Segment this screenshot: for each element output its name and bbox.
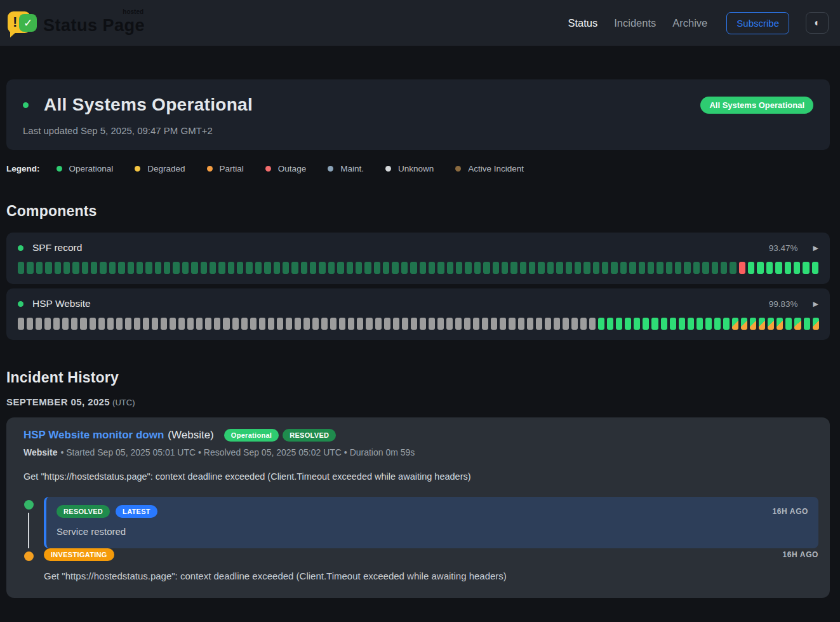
uptime-bar[interactable] bbox=[527, 318, 533, 330]
uptime-bar[interactable] bbox=[473, 318, 479, 330]
uptime-bar[interactable] bbox=[44, 318, 51, 330]
uptime-bar[interactable] bbox=[420, 318, 426, 330]
uptime-bar[interactable] bbox=[18, 262, 24, 274]
nav-item-status[interactable]: Status bbox=[568, 17, 597, 29]
uptime-bar[interactable] bbox=[723, 318, 730, 330]
uptime-bar[interactable] bbox=[357, 318, 363, 330]
uptime-bar[interactable] bbox=[812, 262, 818, 274]
uptime-bar[interactable] bbox=[232, 318, 239, 330]
uptime-bar[interactable] bbox=[583, 262, 590, 274]
uptime-bar[interactable] bbox=[739, 262, 745, 274]
nav-item-archive[interactable]: Archive bbox=[672, 17, 707, 29]
uptime-bar[interactable] bbox=[571, 318, 578, 330]
uptime-bar[interactable] bbox=[250, 318, 257, 330]
uptime-bar[interactable] bbox=[518, 318, 524, 330]
uptime-bar[interactable] bbox=[482, 318, 488, 330]
uptime-bar[interactable] bbox=[214, 318, 220, 330]
nav-item-incidents[interactable]: Incidents bbox=[614, 17, 656, 29]
uptime-bar[interactable] bbox=[566, 262, 572, 274]
uptime-bar[interactable] bbox=[392, 262, 398, 274]
uptime-bar[interactable] bbox=[161, 318, 167, 330]
uptime-bar[interactable] bbox=[748, 262, 754, 274]
uptime-bar[interactable] bbox=[629, 262, 636, 274]
uptime-bar[interactable] bbox=[670, 318, 676, 330]
uptime-bar[interactable] bbox=[241, 318, 248, 330]
uptime-bar[interactable] bbox=[337, 262, 343, 274]
uptime-bar[interactable] bbox=[182, 262, 189, 274]
uptime-bar[interactable] bbox=[187, 318, 194, 330]
uptime-bar[interactable] bbox=[661, 318, 667, 330]
uptime-bar[interactable] bbox=[679, 318, 685, 330]
uptime-bar[interactable] bbox=[794, 318, 801, 330]
uptime-bar[interactable] bbox=[651, 318, 658, 330]
uptime-bar[interactable] bbox=[210, 262, 216, 274]
uptime-bar[interactable] bbox=[509, 318, 515, 330]
uptime-bar[interactable] bbox=[72, 262, 79, 274]
uptime-bar[interactable] bbox=[286, 318, 292, 330]
uptime-bar[interactable] bbox=[143, 318, 149, 330]
uptime-bar[interactable] bbox=[301, 262, 307, 274]
incident-title-link[interactable]: HSP Website monitor down bbox=[23, 429, 164, 442]
uptime-bar[interactable] bbox=[384, 318, 390, 330]
uptime-bar[interactable] bbox=[152, 318, 158, 330]
uptime-bar[interactable] bbox=[100, 262, 106, 274]
uptime-bar[interactable] bbox=[547, 262, 554, 274]
uptime-bar[interactable] bbox=[643, 318, 649, 330]
uptime-bar[interactable] bbox=[71, 318, 77, 330]
uptime-bar[interactable] bbox=[741, 318, 747, 330]
uptime-bar[interactable] bbox=[205, 318, 211, 330]
uptime-bar[interactable] bbox=[374, 262, 380, 274]
uptime-bar[interactable] bbox=[529, 262, 535, 274]
uptime-bar[interactable] bbox=[36, 318, 42, 330]
uptime-bar[interactable] bbox=[447, 262, 453, 274]
uptime-bar[interactable] bbox=[223, 318, 229, 330]
uptime-bar[interactable] bbox=[684, 262, 690, 274]
uptime-bar[interactable] bbox=[109, 262, 116, 274]
uptime-bar[interactable] bbox=[437, 318, 444, 330]
uptime-bar[interactable] bbox=[429, 262, 435, 274]
uptime-bar[interactable] bbox=[91, 262, 97, 274]
uptime-bar[interactable] bbox=[191, 262, 197, 274]
uptime-bar[interactable] bbox=[620, 262, 627, 274]
uptime-bar[interactable] bbox=[45, 262, 51, 274]
uptime-bar[interactable] bbox=[775, 262, 782, 274]
uptime-bar[interactable] bbox=[688, 318, 694, 330]
uptime-bar[interactable] bbox=[401, 262, 408, 274]
uptime-bar[interactable] bbox=[134, 318, 140, 330]
uptime-bar[interactable] bbox=[712, 262, 718, 274]
uptime-bar[interactable] bbox=[264, 262, 270, 274]
uptime-bar[interactable] bbox=[27, 262, 33, 274]
uptime-bar[interactable] bbox=[446, 318, 453, 330]
uptime-bar[interactable] bbox=[339, 318, 345, 330]
uptime-bar[interactable] bbox=[456, 262, 462, 274]
uptime-bar[interactable] bbox=[474, 262, 481, 274]
uptime-bar[interactable] bbox=[268, 318, 274, 330]
uptime-bar[interactable] bbox=[491, 318, 497, 330]
uptime-bar[interactable] bbox=[714, 318, 721, 330]
uptime-bar[interactable] bbox=[593, 262, 599, 274]
expand-caret-icon[interactable]: ▶ bbox=[813, 244, 818, 252]
uptime-bar[interactable] bbox=[201, 262, 207, 274]
uptime-bar[interactable] bbox=[666, 262, 672, 274]
uptime-bar[interactable] bbox=[295, 318, 301, 330]
uptime-bar[interactable] bbox=[768, 318, 774, 330]
uptime-bar[interactable] bbox=[759, 318, 765, 330]
uptime-bar[interactable] bbox=[580, 318, 587, 330]
uptime-bar[interactable] bbox=[310, 262, 316, 274]
uptime-bar[interactable] bbox=[785, 318, 792, 330]
uptime-bar[interactable] bbox=[794, 262, 800, 274]
uptime-bar[interactable] bbox=[364, 262, 371, 274]
uptime-bar[interactable] bbox=[607, 318, 613, 330]
uptime-bar[interactable] bbox=[228, 262, 234, 274]
uptime-bar[interactable] bbox=[90, 318, 96, 330]
uptime-bar[interactable] bbox=[82, 262, 88, 274]
uptime-bar[interactable] bbox=[348, 318, 354, 330]
uptime-bar[interactable] bbox=[170, 318, 176, 330]
uptime-bar[interactable] bbox=[312, 318, 319, 330]
uptime-bar[interactable] bbox=[246, 262, 252, 274]
uptime-bar[interactable] bbox=[62, 318, 69, 330]
uptime-bar[interactable] bbox=[483, 262, 490, 274]
uptime-bar[interactable] bbox=[785, 262, 791, 274]
uptime-bar[interactable] bbox=[556, 262, 563, 274]
uptime-bar[interactable] bbox=[274, 262, 280, 274]
